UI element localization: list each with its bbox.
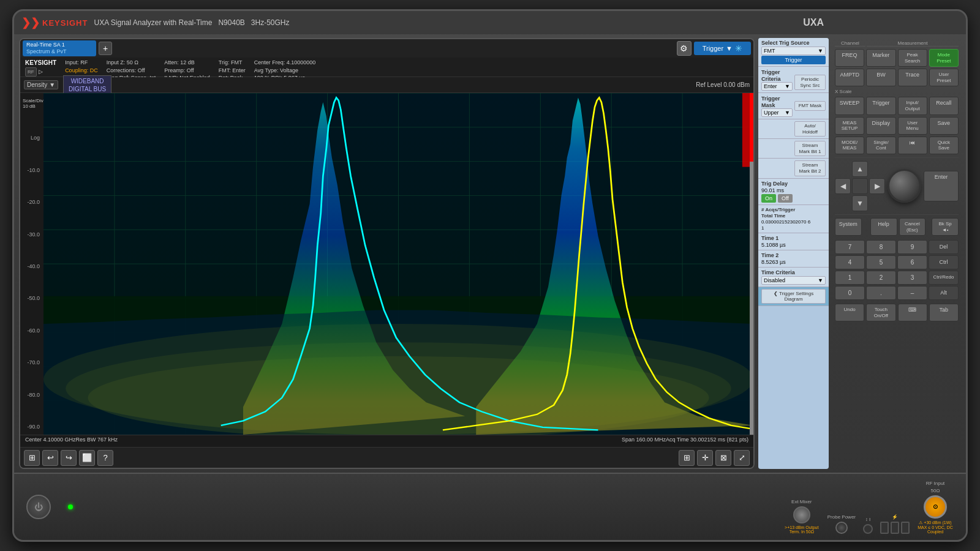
fmt-mask-btn[interactable]: FMT Mask — [794, 101, 826, 111]
peak-search-button[interactable]: Peak Search — [898, 49, 927, 67]
row-meas: MEAS SETUP Display User Menu Save — [835, 117, 959, 135]
num-2-button[interactable]: 2 — [866, 271, 896, 285]
periodic-sync-label: Periodic — [797, 77, 823, 83]
fullscreen-button[interactable]: ⤢ — [734, 450, 750, 466]
trigger-settings-btn[interactable]: ❮ Trigger Settings Diagram — [761, 289, 826, 304]
trigger-mask-row: Trigger Mask Upper ▼ FMT Mask — [758, 93, 829, 119]
help-button[interactable]: ? — [97, 450, 113, 466]
sweep-button[interactable]: SWEEP — [835, 97, 864, 114]
user-menu-button[interactable]: User Menu — [898, 117, 927, 135]
num-9-button[interactable]: 9 — [897, 240, 927, 254]
minus-button[interactable]: – — [897, 286, 927, 300]
x-scale-label: X Scale — [835, 89, 959, 94]
spin-icon: ✳ — [735, 43, 742, 53]
nav-empty-tl — [835, 161, 851, 177]
cursor-button[interactable]: ✛ — [697, 450, 713, 466]
undo-button[interactable]: ↩ — [42, 450, 58, 466]
help-button-rp[interactable]: Help — [870, 218, 897, 236]
bw-button[interactable]: BW — [866, 69, 895, 86]
row-amptd: AMPTD BW Trace User Preset — [835, 69, 959, 86]
mode-meas-button[interactable]: MODE/ MEAS — [835, 137, 864, 154]
meas-setup-button[interactable]: MEAS SETUP — [835, 117, 864, 135]
num-3-button[interactable]: 3 — [897, 271, 927, 285]
trig-source-dropdown[interactable]: FMT ▼ — [761, 47, 826, 55]
dot-button[interactable]: . — [866, 286, 896, 300]
mark-button[interactable]: ⊠ — [715, 450, 731, 466]
undo-button-rp[interactable]: Undo — [835, 304, 864, 321]
num-7-button[interactable]: 7 — [835, 240, 865, 254]
bksp-button[interactable]: Bk Sp ◄• — [932, 218, 959, 236]
num-1-button[interactable]: 1 — [835, 271, 865, 285]
trigger-button-rp[interactable]: Trigger — [866, 97, 895, 114]
divider2 — [835, 214, 959, 215]
nav-empty-br — [869, 195, 885, 211]
periodic-sync-btn[interactable]: Periodic Sync Src — [794, 75, 826, 90]
freq-button[interactable]: FREQ — [835, 49, 864, 67]
grid-button[interactable]: ⊞ — [679, 450, 695, 466]
restart-button[interactable]: ⏮ — [898, 137, 927, 154]
num-6-button[interactable]: 6 — [897, 255, 927, 269]
density-select[interactable]: Density ▼ — [24, 80, 58, 89]
uxa-label: UXA — [803, 17, 824, 28]
ext-mixer-connector: Ext Mixer >+13 dBm Output Term. In 50Ω — [783, 499, 820, 534]
system-button[interactable]: System — [835, 218, 862, 236]
scroll-knob[interactable] — [888, 169, 921, 203]
num-0-button[interactable]: 0 — [835, 286, 865, 300]
quick-save-button[interactable]: Quick Save — [929, 137, 959, 154]
divider1 — [835, 157, 959, 158]
windows-button[interactable]: ⊞ — [24, 450, 40, 466]
usb-port-2 — [891, 522, 899, 534]
auto-holdoff-btn[interactable]: Auto/ Holdoff — [794, 121, 826, 137]
num-4-button[interactable]: 4 — [835, 255, 865, 269]
stream-mark2-btn[interactable]: Stream Mark Bit 2 — [794, 160, 826, 176]
center-freq-label: Center 4.10000 GHz — [25, 437, 76, 446]
touch-on-off-button[interactable]: Touch On/Off — [866, 304, 895, 321]
marker-button[interactable]: Marker — [866, 49, 895, 67]
ctrl-button[interactable]: Ctrl — [929, 255, 959, 269]
display-button[interactable]: Display — [866, 117, 895, 135]
section-headers: Channel Measurement — [835, 40, 959, 47]
cancel-button[interactable]: Cancel (Esc) — [899, 218, 926, 236]
add-tab-button[interactable]: + — [99, 42, 112, 55]
nav-center — [852, 178, 868, 194]
keyboard-button[interactable]: ⌨ — [898, 304, 927, 321]
nav-left-button[interactable]: ◀ — [835, 178, 851, 194]
enter-button[interactable]: Enter — [924, 171, 959, 201]
row-system: System Help Cancel (Esc) Bk Sp ◄• — [835, 218, 959, 236]
tab-button[interactable]: Tab — [929, 304, 959, 321]
wideband-box: WIDEBAND DIGITAL BUS — [63, 75, 111, 95]
auto-holdoff-row: Auto/ Holdoff — [758, 119, 829, 139]
stream-mark1-btn[interactable]: Stream Mark Bit 1 — [794, 141, 826, 156]
alt-button[interactable]: Alt — [929, 286, 959, 300]
redo-button[interactable]: ↪ — [61, 450, 77, 466]
mode-preset-button[interactable]: Mode Preset — [929, 49, 959, 67]
single-cont-button[interactable]: Single/ Cont — [866, 137, 895, 154]
nav-down-button[interactable]: ▼ — [852, 195, 868, 211]
ctrl-redo-button[interactable]: Ctrl/Redo — [929, 271, 959, 285]
mask-dropdown[interactable]: Upper ▼ — [761, 108, 793, 117]
mode-dropdown[interactable]: Real-Time SA 1 Spectrum & PvT — [23, 40, 96, 56]
power-led — [68, 504, 73, 509]
connector-group: Ext Mixer >+13 dBm Output Term. In 50Ω P… — [783, 481, 954, 534]
periodic-sync-row: Trigger Criteria Enter ▼ Periodic Sync S… — [758, 67, 829, 93]
nav-right-button[interactable]: ▶ — [869, 178, 885, 194]
trigger-button[interactable]: Trigger — [761, 56, 826, 64]
save-button[interactable]: Save — [929, 117, 959, 135]
off-button[interactable]: Off — [778, 194, 793, 203]
time-criteria-dropdown[interactable]: Disabled ▼ — [761, 276, 826, 285]
on-button[interactable]: On — [761, 194, 776, 203]
gear-button[interactable]: ⚙ — [677, 41, 692, 56]
del-button[interactable]: Del — [929, 240, 959, 254]
criteria-dropdown[interactable]: Enter ▼ — [761, 82, 793, 91]
num-8-button[interactable]: 8 — [866, 240, 896, 254]
amptd-button[interactable]: AMPTD — [835, 69, 864, 86]
trace-button[interactable]: Trace — [898, 69, 927, 86]
input-output-button[interactable]: Input/ Output — [898, 97, 927, 114]
num-5-button[interactable]: 5 — [866, 255, 896, 269]
trigger-top-button[interactable]: Trigger ▼ ✳ — [694, 42, 751, 55]
screen-button[interactable]: ⬜ — [79, 450, 95, 466]
power-button[interactable]: ⏻ — [26, 495, 51, 519]
nav-up-button[interactable]: ▲ — [852, 161, 868, 177]
user-preset-button[interactable]: User Preset — [929, 69, 959, 86]
recall-button[interactable]: Recall — [929, 97, 959, 114]
